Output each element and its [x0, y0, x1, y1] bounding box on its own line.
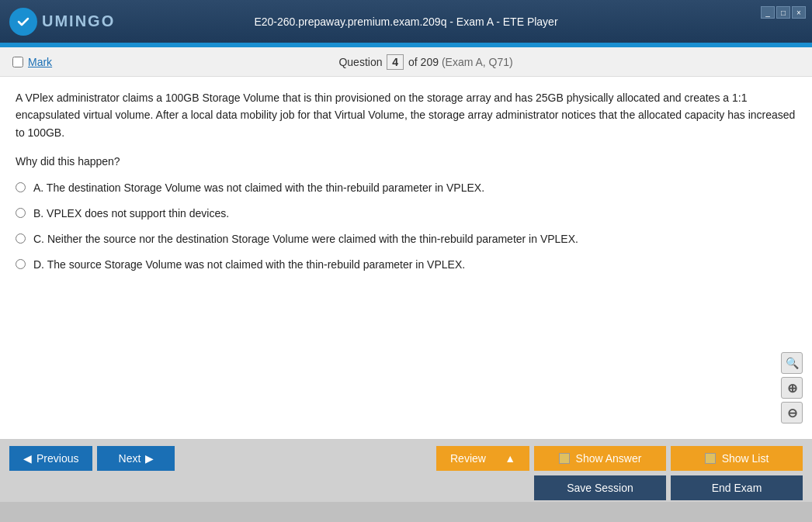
next-button[interactable]: Next ▶ [97, 446, 175, 471]
show-list-label: Show List [722, 452, 769, 465]
chevron-up-icon: ▲ [505, 452, 515, 465]
maximize-button[interactable]: □ [776, 6, 790, 19]
question-number: 4 [387, 54, 404, 70]
option-b-label: B. VPLEX does not support thin devices. [33, 206, 229, 222]
show-list-checkbox [705, 453, 716, 464]
option-b-radio[interactable] [16, 208, 26, 218]
option-a-label: A. The destination Storage Volume was no… [33, 180, 484, 196]
button-row-2: Save Session End Exam [9, 475, 803, 500]
show-answer-button[interactable]: Show Answer [534, 446, 666, 471]
previous-label: Previous [36, 452, 78, 465]
bottom-bar: ◀ Previous Next ▶ Review ▲ Show Answer S… [0, 440, 812, 502]
chevron-left-icon: ◀ [23, 452, 32, 465]
option-d-radio[interactable] [16, 259, 26, 269]
logo-icon [9, 8, 37, 36]
question-label: Question [338, 56, 382, 68]
window-title: E20-260.prepaway.premium.exam.209q - Exa… [254, 16, 557, 28]
show-answer-label: Show Answer [576, 452, 642, 465]
option-d-label: D. The source Storage Volume was not cla… [33, 257, 465, 273]
minimize-button[interactable]: _ [761, 6, 775, 19]
option-c-radio[interactable] [16, 233, 26, 244]
option-c-label: C. Neither the source nor the destinatio… [33, 231, 578, 247]
save-session-label: Save Session [567, 482, 633, 494]
zoom-in-button[interactable]: ⊕ [781, 377, 803, 399]
end-exam-label: End Exam [712, 482, 762, 494]
question-info: Question 4 of 209 (Exam A, Q71) [338, 54, 512, 70]
mark-checkbox[interactable] [12, 57, 23, 67]
search-button[interactable]: 🔍 [781, 352, 803, 374]
list-item: D. The source Storage Volume was not cla… [16, 257, 796, 273]
logo: UMINGO [9, 8, 115, 36]
why-text: Why did this happen? [16, 155, 796, 168]
side-tools: 🔍 ⊕ ⊖ [781, 352, 803, 423]
button-row-1: ◀ Previous Next ▶ Review ▲ Show Answer S… [9, 446, 803, 471]
question-text: A VPlex administrator claims a 100GB Sto… [16, 89, 796, 141]
previous-button[interactable]: ◀ Previous [9, 446, 92, 471]
mark-link[interactable]: Mark [28, 56, 52, 68]
list-item: A. The destination Storage Volume was no… [16, 180, 796, 196]
main-content: A VPlex administrator claims a 100GB Sto… [0, 77, 812, 440]
option-a-radio[interactable] [16, 182, 26, 192]
logo-text: UMINGO [42, 12, 115, 30]
zoom-out-icon: ⊖ [787, 406, 797, 420]
mark-section: Mark [12, 56, 52, 68]
next-label: Next [119, 452, 141, 465]
chevron-right-icon: ▶ [145, 452, 154, 465]
show-list-button[interactable]: Show List [671, 446, 803, 471]
end-exam-button[interactable]: End Exam [671, 475, 803, 500]
list-item: C. Neither the source nor the destinatio… [16, 231, 796, 247]
toolbar: Mark Question 4 of 209 (Exam A, Q71) [0, 47, 812, 77]
show-answer-checkbox [559, 453, 570, 464]
close-button[interactable]: × [792, 6, 806, 19]
answer-options: A. The destination Storage Volume was no… [16, 180, 796, 273]
zoom-out-button[interactable]: ⊖ [781, 402, 803, 423]
window-controls: _ □ × [761, 6, 806, 19]
save-session-button[interactable]: Save Session [534, 475, 666, 500]
list-item: B. VPLEX does not support thin devices. [16, 206, 796, 222]
review-label: Review [450, 452, 486, 465]
question-total: of 209 [408, 56, 439, 68]
zoom-in-icon: ⊕ [787, 381, 797, 396]
title-bar: UMINGO E20-260.prepaway.premium.exam.209… [0, 0, 812, 43]
search-icon: 🔍 [786, 357, 799, 369]
question-sub: (Exam A, Q71) [442, 56, 513, 68]
review-button[interactable]: Review ▲ [436, 446, 529, 471]
